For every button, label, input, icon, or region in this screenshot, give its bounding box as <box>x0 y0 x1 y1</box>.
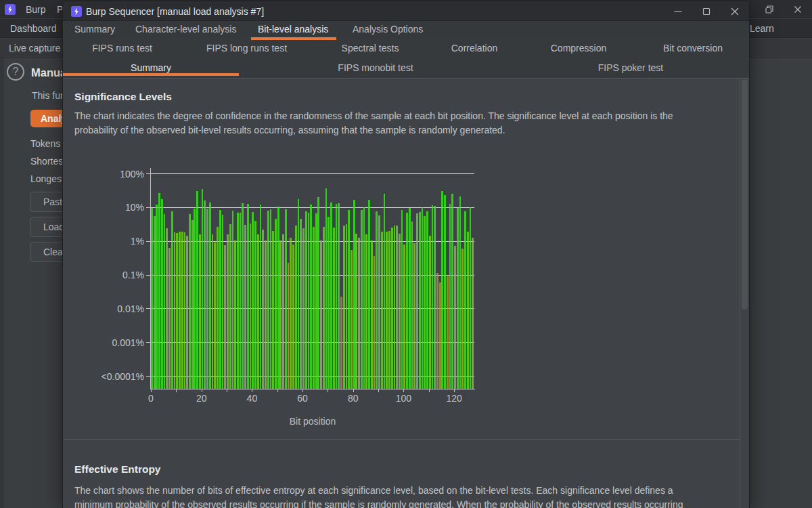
chart-bar <box>186 236 188 389</box>
chart-x-tick <box>151 389 152 392</box>
chart-bar <box>272 231 274 389</box>
dialog-title: Burp Sequencer [manual load analysis #7] <box>86 6 264 17</box>
chart-bar <box>441 191 443 389</box>
chart-bar <box>330 203 332 389</box>
chart-bar <box>444 195 446 389</box>
chart-y-tick <box>146 173 150 174</box>
chart-bar <box>252 212 254 389</box>
chart-bar <box>386 232 388 389</box>
chart-bar <box>154 216 156 389</box>
chart-gridline <box>151 308 474 309</box>
chart-bar <box>181 232 183 389</box>
tab-label: Character-level analysis <box>135 24 236 35</box>
chart-x-tick <box>302 389 303 392</box>
scrollbar-thumb[interactable] <box>742 79 748 310</box>
chart-bar <box>353 200 355 389</box>
chart-bar <box>449 204 451 389</box>
subtab-bit-conversion[interactable]: Bit conversion <box>637 39 749 58</box>
chart-bar <box>300 219 302 389</box>
subtab-compression[interactable]: Compression <box>520 39 637 58</box>
chart-bar <box>403 245 405 389</box>
tab-label: Bit-level analysis <box>258 24 328 35</box>
chart-bar <box>168 248 171 389</box>
chart-bar <box>436 273 438 389</box>
subtab-fips-poker-test[interactable]: FIPS poker test <box>512 58 749 78</box>
chart-bar <box>406 213 408 389</box>
chart-bar <box>237 213 239 389</box>
chart-x-axis <box>150 389 475 389</box>
chart-y-label: 10% <box>97 202 144 213</box>
main-tab-dashboard[interactable]: Dashboard <box>10 23 57 34</box>
main-close-button[interactable] <box>784 0 812 18</box>
subtab-label: Compression <box>551 43 606 54</box>
chart-bar <box>376 211 378 389</box>
subtab-summary[interactable]: Summary <box>63 58 239 78</box>
chart-gridline <box>151 275 474 276</box>
chart-x-label: 80 <box>340 393 367 404</box>
dialog-close-button[interactable] <box>721 1 749 21</box>
chart-bar <box>464 211 466 389</box>
subtab-fips-runs-test[interactable]: FIPS runs test <box>63 39 181 58</box>
chart-bar <box>285 209 287 389</box>
subtab-label: Summary <box>131 62 171 73</box>
dialog-burp-icon <box>71 6 82 20</box>
subtab-fips-long-runs-test[interactable]: FIPS long runs test <box>181 39 312 58</box>
menu-burp[interactable]: Burp <box>26 4 46 15</box>
chart-bar <box>308 213 310 389</box>
dialog-tab-character-level-analysis[interactable]: Character-level analysis <box>135 21 236 39</box>
help-icon[interactable]: ? <box>7 63 24 81</box>
chart-x-axis-title: Bit position <box>151 416 474 427</box>
chart-bar <box>422 207 424 389</box>
chart-bar <box>288 263 290 389</box>
subtab-correlation[interactable]: Correlation <box>428 39 520 58</box>
chart-bar <box>351 250 353 389</box>
chart-bar <box>229 224 231 389</box>
chart-y-tick <box>146 308 150 309</box>
chart-x-label: 60 <box>289 393 316 404</box>
chart-bar <box>432 205 434 389</box>
chart-gridline <box>151 342 474 343</box>
vertical-scrollbar[interactable] <box>740 79 749 508</box>
active-tab-underline <box>251 37 336 40</box>
chart-bar <box>384 194 386 389</box>
chart-bar <box>214 242 216 389</box>
subtab-spectral-tests[interactable]: Spectral tests <box>312 39 428 58</box>
chart-bar <box>196 191 198 389</box>
chart-bar <box>401 210 403 389</box>
dialog-maximize-button[interactable] <box>692 1 721 21</box>
chart-bar <box>461 249 464 389</box>
dialog-tab-bit-level-analysis[interactable]: Bit-level analysis <box>258 21 328 39</box>
chart-bar <box>429 236 431 389</box>
chart-bar <box>298 199 300 389</box>
dialog-tab-summary[interactable]: Summary <box>74 21 115 39</box>
effective-entropy-heading: Effective Entropy <box>74 463 160 475</box>
sequencer-dialog: Burp Sequencer [manual load analysis #7]… <box>63 1 749 508</box>
dialog-titlebar[interactable]: Burp Sequencer [manual load analysis #7] <box>63 1 749 21</box>
significance-levels-heading: Significance Levels <box>74 91 172 103</box>
chart-bar <box>409 208 411 389</box>
chart-bar <box>191 220 194 389</box>
subtab-label: Bit conversion <box>663 43 723 54</box>
chart-bar <box>247 204 249 389</box>
subtab-live-capture[interactable]: Live capture <box>9 43 60 54</box>
chart-bar <box>209 203 211 389</box>
chart-bar <box>348 210 350 389</box>
chart-y-label: 1% <box>97 236 144 247</box>
subtab-fips-monobit-test[interactable]: FIPS monobit test <box>239 58 512 78</box>
subtab-label: FIPS runs test <box>92 43 152 54</box>
chart-y-label: 0.01% <box>97 303 144 314</box>
main-tab-learn[interactable]: Learn <box>750 23 774 34</box>
chart-x-tick <box>378 389 379 392</box>
dialog-tab-analysis-options[interactable]: Analysis Options <box>353 21 423 39</box>
chart-bar <box>277 207 279 389</box>
chart-bar <box>411 221 413 389</box>
chart-bar <box>270 209 272 389</box>
significance-chart: 100%10%1%0.1%0.01%0.001%<0.0001%02040608… <box>151 169 474 389</box>
dialog-minimize-button[interactable] <box>664 1 692 21</box>
main-restore-button[interactable] <box>755 0 784 18</box>
subtab-row-1: FIPS runs testFIPS long runs testSpectra… <box>63 39 749 58</box>
chart-bar <box>282 234 284 389</box>
chart-bar <box>295 226 297 389</box>
chart-x-label: 120 <box>441 393 468 404</box>
chart-bar <box>292 245 294 389</box>
